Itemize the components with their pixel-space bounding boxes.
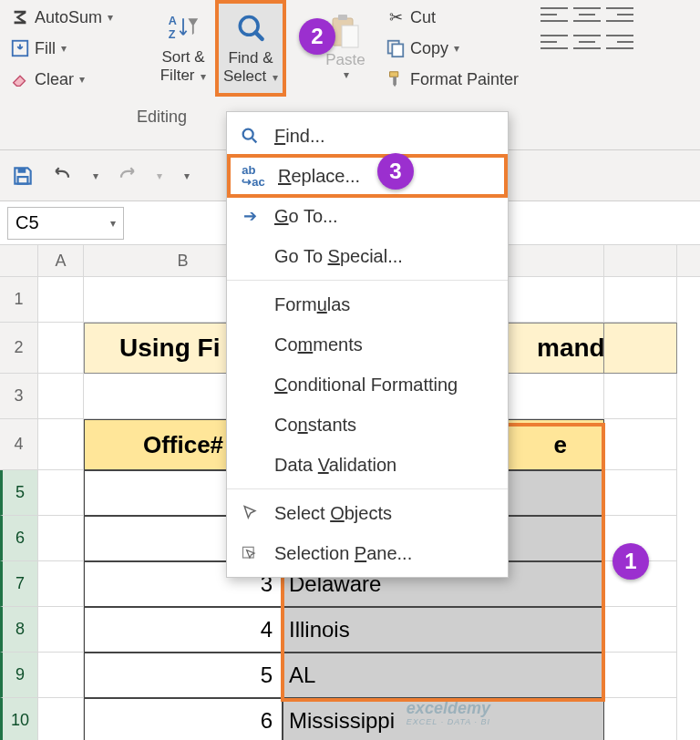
replace-icon: ab↪ac <box>240 162 267 190</box>
sort-filter-button[interactable]: A Z Sort & Filter ▾ <box>151 2 215 93</box>
menu-item-conditional-formatting[interactable]: Conditional Formatting <box>227 365 508 405</box>
format-painter-button[interactable]: Format Painter <box>381 64 522 95</box>
arrow-right-icon: ➔ <box>236 202 263 230</box>
menu-label: Conditional Formatting <box>274 375 497 396</box>
menu-label: Find... <box>274 126 497 147</box>
autosum-button[interactable]: AutoSum ▾ <box>5 2 151 33</box>
cursor-icon <box>236 499 263 527</box>
svg-rect-10 <box>18 177 28 184</box>
menu-item-goto-special[interactable]: Go To Special... <box>227 236 508 276</box>
menu-label: Formulas <box>274 294 497 315</box>
chevron-down-icon: ▾ <box>79 73 85 86</box>
step-badge-1: 1 <box>612 543 649 580</box>
menu-label: Select Objects <box>274 503 497 524</box>
save-button[interactable] <box>11 164 35 188</box>
cut-label: Cut <box>410 8 436 27</box>
align-top-center-button[interactable] <box>573 5 601 24</box>
align-center-button[interactable] <box>573 33 601 51</box>
name-box-value: C5 <box>15 212 39 233</box>
data-cell[interactable]: AL <box>283 653 604 698</box>
chevron-down-icon: ▾ <box>61 42 67 55</box>
magnifier-icon <box>234 11 267 47</box>
chevron-down-icon: ▾ <box>273 71 278 84</box>
align-right-button[interactable] <box>606 33 633 51</box>
find-select-label-1: Find & <box>228 49 273 67</box>
chevron-down-icon: ▾ <box>344 69 349 82</box>
magnifier-icon <box>236 122 263 149</box>
row-header[interactable]: 8 <box>0 607 38 653</box>
data-cell[interactable]: 4 <box>84 607 283 653</box>
row-header[interactable]: 5 <box>0 470 38 516</box>
row-header[interactable]: 7 <box>0 561 38 607</box>
redo-chevron: ▾ <box>157 170 162 182</box>
undo-button[interactable] <box>51 164 75 188</box>
data-cell[interactable]: Illinois <box>283 607 604 653</box>
menu-item-goto[interactable]: ➔ Go To... <box>227 196 508 236</box>
menu-item-data-validation[interactable]: Data Validation <box>227 445 508 485</box>
chevron-down-icon: ▾ <box>108 11 113 24</box>
step-badge-2: 2 <box>299 18 335 55</box>
menu-item-select-objects[interactable]: Select Objects <box>227 493 508 533</box>
menu-item-selection-pane[interactable]: Selection Pane... <box>227 533 508 573</box>
menu-item-find[interactable]: Find... <box>227 116 508 156</box>
sigma-icon <box>9 6 31 28</box>
find-select-label-2: Select <box>223 67 266 85</box>
eraser-icon <box>9 68 31 90</box>
scissors-icon: ✂ <box>385 6 407 28</box>
undo-chevron[interactable]: ▾ <box>93 170 98 182</box>
redo-button <box>115 164 139 188</box>
copy-icon <box>385 37 407 59</box>
cut-button[interactable]: ✂ Cut <box>381 2 522 33</box>
svg-rect-5 <box>338 15 347 20</box>
find-select-menu: Find... ab↪ac Replace... ➔ Go To... Go T… <box>226 111 509 578</box>
menu-item-constants[interactable]: Constants <box>227 405 508 445</box>
row-header[interactable]: 9 <box>0 653 38 698</box>
menu-label: Constants <box>274 415 497 436</box>
fill-button[interactable]: Fill ▾ <box>5 33 151 64</box>
chevron-down-icon: ▾ <box>110 217 116 230</box>
data-cell[interactable]: 6 <box>84 698 283 740</box>
row-header[interactable]: 3 <box>0 374 38 419</box>
fill-label: Fill <box>35 39 56 58</box>
alignment-group <box>540 2 633 51</box>
align-top-right-button[interactable] <box>606 5 633 24</box>
svg-rect-6 <box>342 26 358 47</box>
clear-label: Clear <box>35 70 74 89</box>
sort-filter-label-1: Sort & <box>161 48 204 67</box>
svg-rect-9 <box>18 168 26 172</box>
menu-label: Data Validation <box>274 455 497 476</box>
menu-label: Go To... <box>274 206 497 227</box>
qat-customize[interactable]: ▾ <box>184 170 190 182</box>
autosum-label: AutoSum <box>35 8 102 27</box>
menu-item-comments[interactable]: Comments <box>227 324 508 365</box>
name-box[interactable]: C5 ▾ <box>7 207 124 240</box>
menu-item-formulas[interactable]: Formulas <box>227 284 508 324</box>
sort-filter-label-2: Filter <box>160 67 195 84</box>
row-header[interactable]: 10 <box>0 698 38 740</box>
group-label-editing: Editing <box>137 108 187 127</box>
svg-rect-8 <box>392 44 403 57</box>
select-all-corner[interactable] <box>0 245 38 276</box>
find-select-button[interactable]: Find & Select ▾ <box>215 0 286 97</box>
menu-label: Comments <box>274 334 497 355</box>
align-left-button[interactable] <box>540 33 568 51</box>
copy-label: Copy <box>410 39 448 58</box>
clear-button[interactable]: Clear ▾ <box>5 64 151 95</box>
svg-text:A: A <box>169 15 177 28</box>
title-cell-right: mand <box>604 323 677 374</box>
sort-filter-icon: A Z <box>167 10 200 46</box>
row-header[interactable]: 2 <box>0 323 38 374</box>
menu-label: Go To Special... <box>274 246 497 267</box>
chevron-down-icon: ▾ <box>201 70 206 83</box>
svg-text:Z: Z <box>169 28 176 41</box>
copy-button[interactable]: Copy ▾ <box>381 33 522 64</box>
align-top-left-button[interactable] <box>540 5 568 24</box>
col-header-a[interactable]: A <box>38 245 84 276</box>
menu-item-replace[interactable]: ab↪ac Replace... <box>227 154 508 198</box>
fill-down-icon <box>9 37 31 59</box>
row-header[interactable]: 4 <box>0 419 38 470</box>
data-cell[interactable]: 5 <box>84 653 283 698</box>
row-header[interactable]: 6 <box>0 516 38 561</box>
watermark: exceldemy EXCEL · DATA · BI <box>407 700 490 727</box>
row-header[interactable]: 1 <box>0 277 38 323</box>
